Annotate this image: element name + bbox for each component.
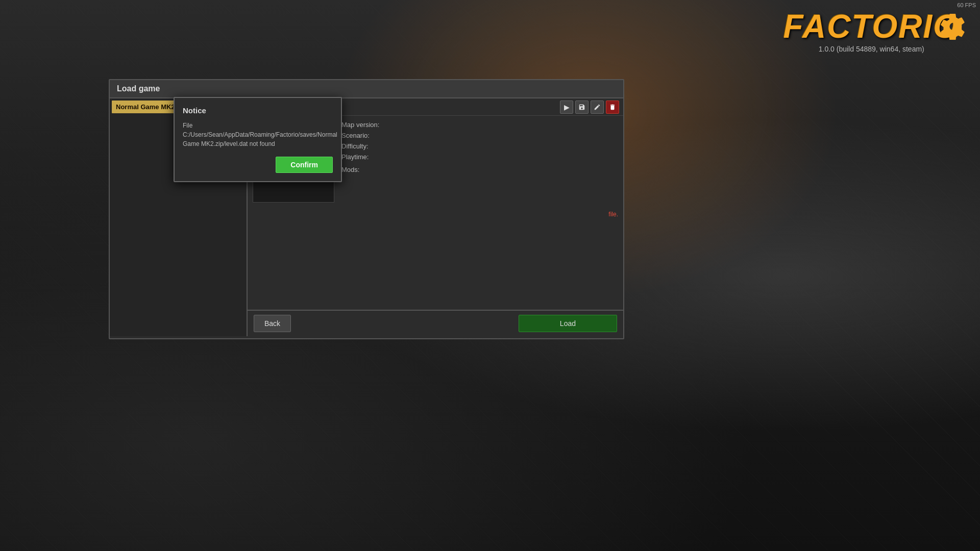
notice-message: File C:/Users/Sean/AppData/Roaming/Facto… xyxy=(183,121,333,148)
notice-overlay: Notice File C:/Users/Sean/AppData/Roamin… xyxy=(0,0,980,551)
notice-title: Notice xyxy=(183,106,333,115)
notice-footer: Confirm xyxy=(183,157,333,173)
confirm-button[interactable]: Confirm xyxy=(276,157,333,173)
notice-dialog: Notice File C:/Users/Sean/AppData/Roamin… xyxy=(174,97,342,182)
